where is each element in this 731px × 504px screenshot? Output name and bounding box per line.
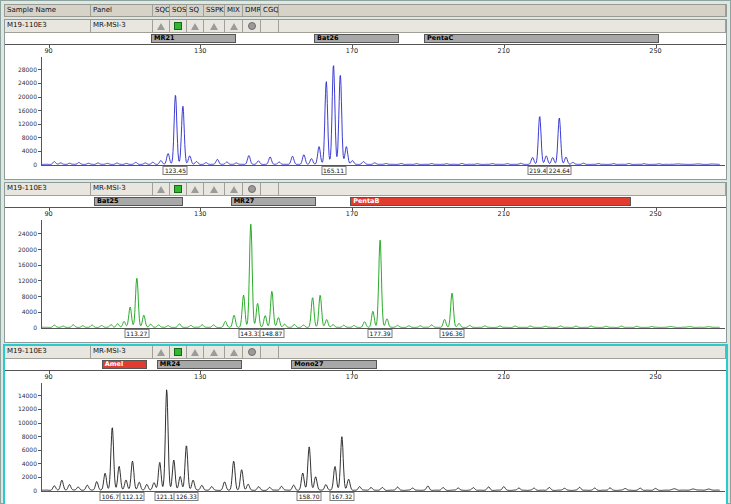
y-tick [38,233,41,234]
y-tick [38,97,41,98]
column-header-cgq: CGQ [261,5,279,16]
marker-label: PentaC [425,35,658,42]
column-header-mix: MIX [225,5,243,16]
y-tick [38,137,41,138]
flag-cell-sqo [153,20,170,32]
flag-cell-dmr [243,183,261,195]
gray-triangle-flag-icon[interactable] [191,23,199,30]
peak-size-label[interactable]: 167.32 [329,492,354,501]
flag-cell-sos [170,183,187,195]
y-tick-label: 4000 [5,460,37,467]
sample-block-2[interactable]: M19-110E3MR-MSI-3 Bat25MR27PentaB9013017… [4,182,727,343]
marker-mono27[interactable]: Mono27 [291,360,376,369]
fragment-analysis-view: Sample NamePanelSQOSOSSQSSPKMIXDMRCGQ M1… [0,0,731,504]
marker-label: Bat26 [315,35,398,42]
sample-name-cell[interactable]: M19-110E3 [5,20,91,32]
marker-pentac[interactable]: PentaC [424,34,659,43]
flag-cell-sos [170,20,187,32]
flag-cell-sq [187,183,204,195]
green-square-flag-icon[interactable] [174,348,182,356]
marker-mr27[interactable]: MR27 [231,197,316,206]
gray-triangle-flag-icon[interactable] [191,349,199,356]
panel-cell[interactable]: MR-MSI-3 [91,346,153,358]
gray-triangle-flag-icon[interactable] [210,349,218,356]
marker-bar-row: MR21Bat26PentaC [5,33,726,44]
flag-cell-mix [225,20,243,32]
marker-mr21[interactable]: MR21 [151,34,236,43]
gray-triangle-flag-icon[interactable] [157,23,165,30]
electropherogram-plot[interactable]: 04000800012000160002000024000 [5,217,726,329]
peak-size-label[interactable]: 123.45 [163,166,188,175]
peak-size-label[interactable]: 158.70 [297,492,322,501]
marker-bat25[interactable]: Bat25 [94,197,183,206]
gray-triangle-flag-icon[interactable] [157,186,165,193]
peak-size-label[interactable]: 112.12 [120,492,145,501]
marker-mr24[interactable]: MR24 [157,360,242,369]
marker-bat26[interactable]: Bat26 [314,34,399,43]
peak-size-label[interactable]: 148.87 [259,329,284,338]
electropherogram-chart-1: MR21Bat26PentaC9013017021025004000800012… [5,33,726,179]
peak-size-label[interactable]: 196.36 [440,329,465,338]
gray-circle-flag-icon[interactable] [248,185,256,193]
peak-size-label[interactable]: 224.64 [547,166,572,175]
gray-triangle-flag-icon[interactable] [230,349,238,356]
y-tick [38,450,41,451]
green-square-flag-icon[interactable] [174,22,182,30]
gray-triangle-flag-icon[interactable] [210,186,218,193]
gray-triangle-flag-icon[interactable] [230,23,238,30]
flag-cell-mix [225,183,243,195]
flag-cell-sspk [204,183,225,195]
y-axis-line [41,57,42,166]
y-tick [38,110,41,111]
panel-cell[interactable]: MR-MSI-3 [91,20,153,32]
electropherogram-plot[interactable]: 02000400060008000100001200014000 [5,380,726,492]
peak-labels-row: 123.45165.11219.47224.64 [5,166,726,178]
flag-cell-cgq [261,183,279,195]
marker-pentab[interactable]: PentaB [350,197,631,206]
flag-cell-cgq [261,20,279,32]
y-tick-label: 24000 [5,79,37,86]
peak-labels-row: 106.79112.12121.14126.33158.70167.32 [5,492,726,504]
gray-triangle-flag-icon[interactable] [157,349,165,356]
column-header-row: Sample NamePanelSQOSOSSQSSPKMIXDMRCGQ [4,4,727,17]
gray-circle-flag-icon[interactable] [248,22,256,30]
sample-block-3[interactable]: M19-110E3MR-MSI-3 AmelMR24Mono2790130170… [4,345,727,504]
y-tick [38,69,41,70]
size-ruler: 90130170210250 [5,370,726,380]
peak-size-label[interactable]: 113.27 [124,329,149,338]
gray-triangle-flag-icon[interactable] [210,23,218,30]
peak-size-label[interactable]: 126.33 [174,492,199,501]
flag-cell-sspk [204,20,225,32]
gray-triangle-flag-icon[interactable] [191,186,199,193]
sample-block-1[interactable]: M19-110E3MR-MSI-3 MR21Bat26PentaC9013017… [4,19,727,180]
electropherogram-plot[interactable]: 0400080001200016000200002400028000 [5,54,726,166]
y-tick [38,151,41,152]
flag-cell-dmr [243,20,261,32]
sample-name-cell[interactable]: M19-110E3 [5,346,91,358]
trace-polyline [41,390,720,491]
y-tick-label: 12000 [5,277,37,284]
gray-triangle-flag-icon[interactable] [230,186,238,193]
flag-cell-sqo [153,346,170,358]
marker-label: MR21 [152,35,235,42]
y-tick-label: 16000 [5,107,37,114]
flag-cell-sq [187,346,204,358]
column-header-sos: SOS [170,5,187,16]
peak-size-label[interactable]: 165.11 [321,166,346,175]
y-tick-label: 6000 [5,446,37,453]
column-header-panel: Panel [91,5,153,16]
column-header-sq: SQ [187,5,204,16]
marker-amel[interactable]: Amel [102,360,148,369]
y-tick [38,296,41,297]
marker-label: Amel [103,361,147,368]
sample-name-cell[interactable]: M19-110E3 [5,183,91,195]
peak-size-label[interactable]: 177.39 [368,329,393,338]
y-tick [38,436,41,437]
marker-label: PentaB [351,198,630,205]
row-filler [279,183,726,195]
green-square-flag-icon[interactable] [174,185,182,193]
panel-cell[interactable]: MR-MSI-3 [91,183,153,195]
y-tick [38,423,41,424]
gray-circle-flag-icon[interactable] [248,348,256,356]
y-tick [38,249,41,250]
